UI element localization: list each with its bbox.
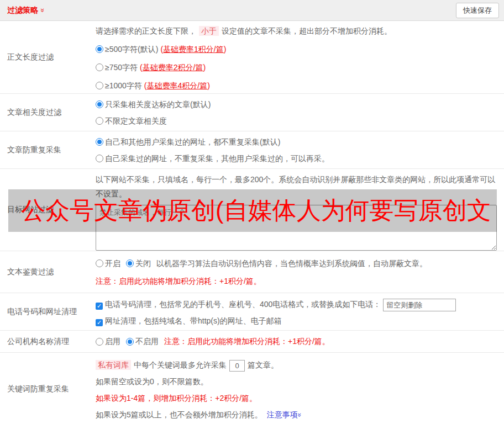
section-collapse-toggle[interactable]: 过滤策略 » — [7, 6, 45, 15]
url-clean-option: ✓网址清理，包括纯域名、带http(s)的网址、电子邮箱 — [96, 312, 497, 329]
radio-dedupe-all[interactable] — [96, 138, 103, 146]
notice-link-label: 注意事项 — [267, 410, 298, 419]
page-title: 过滤策略 — [7, 6, 38, 15]
option-label: 开启 — [105, 259, 120, 268]
option-relevance-any: 不限定文章相关度 — [96, 113, 497, 129]
porn-filter-description: 以机器学习算法自动识别色情内容，当色情概率达到系统阈值，自动屏蔽文章。 — [156, 259, 427, 268]
row-label-dedupe: 文章防重复采集 — [0, 131, 96, 168]
radio-750-chars[interactable] — [96, 63, 103, 71]
row-keyword-dedupe: 关键词防重复采集 私有词库中每个关键词最多允许采集篇文章。 如果留空或设为0，则… — [0, 353, 504, 424]
option-label: ≥500字符(默认) — [105, 45, 158, 54]
radio-relevance-strict[interactable] — [96, 100, 103, 108]
radio-company-off[interactable] — [126, 338, 134, 346]
option-dedupe-all: 自己和其他用户采集过的网址，都不重复采集(默认) — [96, 134, 497, 150]
checkbox-phone-clean[interactable]: ✓ — [96, 303, 103, 310]
notice-link[interactable]: 注意事项» — [267, 410, 302, 419]
option-label: 启用 — [105, 337, 120, 347]
radio-dedupe-self[interactable] — [96, 155, 103, 162]
option-label: 网址清理，包括纯域名、带http(s)的网址、电子邮箱 — [105, 316, 282, 325]
cost-note-text: 基础费率1积分/篇 — [163, 45, 224, 54]
section-header: 过滤策略 » 快速保存 — [0, 0, 504, 21]
row-label-relevance: 文章相关度过滤 — [0, 94, 96, 131]
row-content-dedupe: 自己和其他用户采集过的网址，都不重复采集(默认) 自己采集过的网址，不重复采集，… — [96, 131, 504, 168]
radio-1000-chars[interactable] — [96, 82, 103, 89]
porn-filter-cost-note: 注意：启用此功能将增加积分消耗：+1积分/篇。 — [96, 272, 497, 290]
keyword-limit-input[interactable] — [229, 360, 245, 372]
row-text-length: 正文长度过滤 请选择需求的正文长度下限，小于设定值的文章不采集，超出部分不增加积… — [0, 21, 504, 94]
option-cost-note: (基础费率2积分/篇) — [140, 63, 206, 72]
checkbox-url-clean[interactable]: ✓ — [96, 319, 103, 326]
filter-strategy-panel: 过滤策略 » 快速保存 正文长度过滤 请选择需求的正文长度下限，小于设定值的文章… — [0, 0, 504, 424]
check-icon: ✓ — [96, 303, 103, 310]
radio-porn-off[interactable] — [126, 259, 134, 267]
option-dedupe-self: 自己采集过的网址，不重复采集，其他用户采集过的，可以再采。 — [96, 150, 497, 167]
row-content-keyword: 私有词库中每个关键词最多允许采集篇文章。 如果留空或设为0，则不限篇数。 如果设… — [96, 353, 504, 424]
option-label: ≥1000字符 — [105, 81, 142, 90]
quick-save-button[interactable]: 快速保存 — [456, 3, 499, 18]
row-label-text-length: 正文长度过滤 — [0, 21, 96, 93]
keyword-note-five: 如果设为5篇或以上，也不会额外增加积分消耗。注意事项» — [96, 406, 497, 423]
row-relevance: 文章相关度过滤 只采集相关度达标的文章(默认) 不限定文章相关度 — [0, 94, 504, 131]
intro-text-pre: 请选择需求的正文长度下限， — [96, 26, 196, 35]
keyword-limit-line: 私有词库中每个关键词最多允许采集篇文章。 — [96, 357, 497, 373]
porn-filter-options: 开启关闭以机器学习算法自动识别色情内容，当色情概率达到系统阈值，自动屏蔽文章。 — [96, 255, 497, 272]
keyword-limit-text: 中每个关键词最多允许采集 — [134, 361, 227, 369]
option-cost-note: (基础费率1积分/篇) — [160, 45, 226, 54]
option-relevance-strict: 只采集相关度达标的文章(默认) — [96, 96, 497, 113]
row-label-porn-filter: 文本鉴黄过滤 — [0, 251, 96, 293]
chevron-double-down-icon: » — [296, 413, 303, 417]
option-label: 关闭 — [135, 259, 151, 268]
option-label: ≥750字符 — [105, 63, 138, 72]
row-content-porn-filter: 开启关闭以机器学习算法自动识别色情内容，当色情概率达到系统阈值，自动屏蔽文章。 … — [96, 251, 504, 293]
row-content-text-length: 请选择需求的正文长度下限，小于设定值的文章不采集，超出部分不增加积分消耗。 ≥5… — [96, 21, 504, 93]
option-500-chars: ≥500字符(默认)(基础费率1积分/篇) — [96, 40, 497, 59]
option-cost-note: (基础费率4积分/篇) — [144, 81, 210, 90]
keyword-note-five-text: 如果设为5篇或以上，也不会额外增加积分消耗。 — [96, 410, 262, 419]
radio-porn-on[interactable] — [96, 259, 103, 267]
option-label: 不限定文章相关度 — [105, 116, 167, 125]
radio-company-on[interactable] — [96, 338, 103, 346]
row-label-keyword: 关键词防重复采集 — [0, 353, 96, 424]
option-label: 只采集相关度达标的文章(默认) — [105, 100, 211, 109]
row-phone-url-clean: 电话号码和网址清理 ✓电话号码清理，包括常见的手机号、座机号、400电话格式，或… — [0, 293, 504, 331]
option-750-chars: ≥750字符(基础费率2积分/篇) — [96, 59, 497, 77]
paren: ) — [203, 63, 206, 72]
highlight-private-thesaurus: 私有词库 — [96, 360, 131, 370]
row-content-phone-url: ✓电话号码清理，包括常见的手机号、座机号、400电话格式，或替换成如下电话： ✓… — [96, 293, 504, 330]
chevron-double-down-icon: » — [39, 8, 46, 12]
row-content-company: 启用不启用注意：启用此功能将增加积分消耗：+1积分/篇。 — [96, 331, 504, 352]
cost-note-text: 基础费率4积分/篇 — [147, 81, 208, 90]
text-length-intro: 请选择需求的正文长度下限，小于设定值的文章不采集，超出部分不增加积分消耗。 — [96, 22, 497, 40]
company-cost-note: 注意：启用此功能将增加积分消耗：+1积分/篇。 — [164, 337, 330, 347]
highlight-less-than: 小于 — [199, 26, 219, 36]
keyword-note-zero: 如果留空或设为0，则不限篇数。 — [96, 373, 497, 390]
option-label: 自己采集过的网址，不重复采集，其他用户采集过的，可以再采。 — [105, 154, 329, 163]
row-company-clean: 公司机构名称清理 启用不启用注意：启用此功能将增加积分消耗：+1积分/篇。 — [0, 331, 504, 353]
option-label: 自己和其他用户采集过的网址，都不重复采集(默认) — [105, 137, 280, 146]
row-porn-filter: 文本鉴黄过滤 开启关闭以机器学习算法自动识别色情内容，当色情概率达到系统阈值，自… — [0, 251, 504, 293]
cost-note-text: 基础费率2积分/篇 — [143, 63, 203, 72]
keyword-note-cost: 如果设为1-4篇，则增加积分消耗：+2积分/篇。 — [96, 390, 497, 406]
radio-relevance-any[interactable] — [96, 117, 103, 125]
overlay-banner: 公众号文章伪原创(自媒体人为何要写原创文 — [8, 189, 497, 232]
check-icon: ✓ — [96, 319, 103, 326]
phone-clean-option: ✓电话号码清理，包括常见的手机号、座机号、400电话格式，或替换成如下电话： — [96, 296, 497, 312]
keyword-limit-unit: 篇文章。 — [248, 361, 279, 369]
paren: ) — [224, 45, 227, 54]
replacement-phone-input[interactable] — [383, 299, 456, 311]
row-dedupe: 文章防重复采集 自己和其他用户采集过的网址，都不重复采集(默认) 自己采集过的网… — [0, 131, 504, 169]
option-1000-chars: ≥1000字符(基础费率4积分/篇) — [96, 77, 497, 95]
paren: ) — [207, 81, 210, 90]
row-content-relevance: 只采集相关度达标的文章(默认) 不限定文章相关度 — [96, 94, 504, 131]
radio-500-chars[interactable] — [96, 45, 103, 53]
option-label: 不启用 — [135, 337, 159, 347]
intro-text-post: 设定值的文章不采集，超出部分不增加积分消耗。 — [222, 26, 392, 35]
option-label: 电话号码清理，包括常见的手机号、座机号、400电话格式，或替换成如下电话： — [105, 300, 381, 309]
row-label-phone-url: 电话号码和网址清理 — [0, 293, 96, 330]
row-label-company: 公司机构名称清理 — [0, 331, 96, 352]
overlay-banner-text: 公众号文章伪原创(自媒体人为何要写原创文 — [8, 194, 491, 227]
